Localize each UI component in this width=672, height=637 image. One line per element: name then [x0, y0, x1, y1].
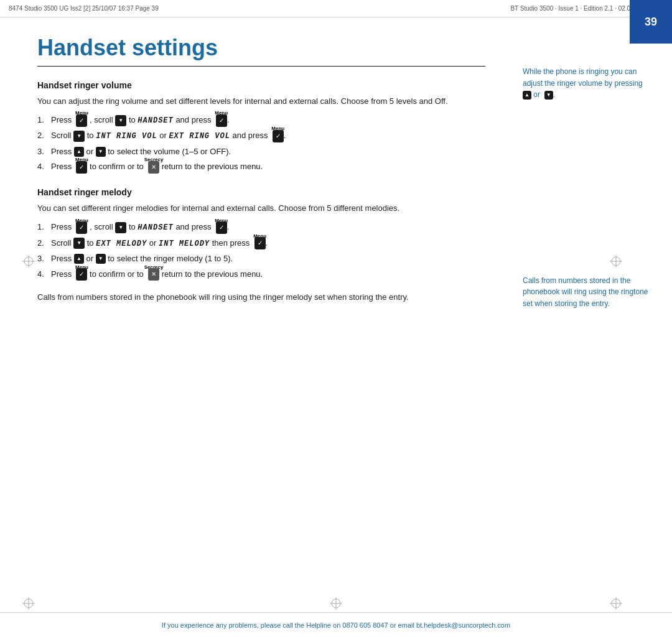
menu-check-btn-7: Menu ✓: [254, 237, 266, 250]
step-num: 2.: [37, 129, 49, 142]
step-2-2: 2. Scroll to EXT MELODY or INT MELODY th…: [37, 237, 485, 250]
scroll-down-icon-2: [73, 131, 85, 142]
up-arrow-icon-2: [74, 254, 84, 264]
sidebar-note-2-text: Calls from numbers stored in the phonebo…: [523, 276, 648, 308]
menu-check-btn-4: Menu ✓: [76, 160, 87, 174]
secrecy-x-btn-1: Secrecy ✕: [148, 160, 159, 174]
section-ringer-volume: Handset ringer volume You can adjust the…: [37, 80, 485, 174]
int-melody: INT MELODY: [159, 239, 210, 248]
ext-ring-vol: EXT RING VOL: [169, 132, 230, 141]
step-2-3: 3. Press or to select the ringer melody …: [37, 253, 485, 266]
menu-check-btn-5: Menu ✓: [76, 221, 87, 235]
top-bar: 8474 Studio 3500 UG Iss2 [2] 25/10/07 16…: [0, 0, 672, 17]
section2-para: You can set different ringer melodies fo…: [37, 202, 485, 215]
scroll-down-icon-1: [115, 115, 126, 126]
section1-heading: Handset ringer volume: [37, 80, 485, 90]
sidebar-down-arrow: [544, 91, 553, 100]
footer-text: If you experience any problems, please c…: [162, 621, 510, 629]
step-num: 4.: [37, 160, 49, 174]
title-divider: [37, 66, 485, 67]
step-num: 4.: [37, 268, 49, 281]
step-num: 1.: [37, 221, 49, 234]
section-ringer-melody: Handset ringer melody You can set differ…: [37, 187, 485, 303]
sidebar-note-2: Calls from numbers stored in the phonebo…: [523, 275, 653, 310]
section2-note: Calls from numbers stored in the phonebo…: [37, 291, 485, 304]
step-1-1: 1. Press Menu ✓ , scroll to HANDSET and …: [37, 114, 485, 127]
section2-heading: Handset ringer melody: [37, 187, 485, 197]
step-num: 3.: [37, 253, 49, 266]
crosshair-bottom-right: [610, 597, 622, 610]
down-arrow-icon-2: [96, 254, 106, 264]
step-2-4: 4. Press Menu ✓ to confirm or to Secrecy…: [37, 268, 485, 281]
handset-text-1: HANDSET: [138, 116, 173, 125]
scroll-down-icon-4: [73, 238, 85, 249]
step-1-2: 2. Scroll to INT RING VOL or EXT RING VO…: [37, 129, 485, 142]
step-num: 1.: [37, 114, 49, 127]
menu-check-btn-6: Menu ✓: [216, 221, 227, 235]
up-arrow-icon-1: [74, 147, 84, 157]
section1-steps: 1. Press Menu ✓ , scroll to HANDSET and …: [37, 114, 485, 174]
crosshair-left-mid: [22, 255, 35, 267]
ext-melody: EXT MELODY: [96, 239, 147, 248]
menu-check-btn-2: Menu ✓: [216, 114, 227, 127]
menu-check-btn-3: Menu ✓: [273, 129, 284, 142]
section2-steps: 1. Press Menu ✓ , scroll to HANDSET and …: [37, 221, 485, 281]
crosshair-bottom-center: [330, 597, 342, 610]
handset-text-2: HANDSET: [138, 223, 173, 232]
main-column: Handset settings Handset ringer volume Y…: [0, 17, 510, 612]
top-bar-left: 8474 Studio 3500 UG Iss2 [2] 25/10/07 16…: [9, 5, 159, 12]
crosshair-right-mid: [610, 255, 622, 267]
step-num: 2.: [37, 237, 49, 250]
crosshair-bottom-left: [22, 597, 35, 610]
step-1-3: 3. Press or to select the volume (1–5 or…: [37, 146, 485, 159]
sidebar-note-1: While the phone is ringing you can adjus…: [523, 66, 653, 101]
secrecy-x-btn-2: Secrecy ✕: [148, 268, 159, 281]
footer: If you experience any problems, please c…: [0, 612, 672, 637]
step-1-4: 4. Press Menu ✓ to confirm or to Secrecy…: [37, 160, 485, 174]
sidebar-column: While the phone is ringing you can adjus…: [510, 17, 672, 612]
content-area: Handset settings Handset ringer volume Y…: [0, 17, 672, 612]
step-num: 3.: [37, 146, 49, 159]
scroll-down-icon-3: [115, 222, 126, 233]
sidebar-up-arrow: [523, 91, 531, 100]
page-title: Handset settings: [37, 35, 485, 61]
int-ring-vol: INT RING VOL: [96, 132, 157, 141]
down-arrow-icon-1: [96, 147, 106, 157]
section1-para: You can adjust the ring volume and set d…: [37, 95, 485, 108]
menu-check-btn-8: Menu ✓: [76, 268, 87, 281]
menu-check-btn-1: Menu ✓: [76, 114, 87, 127]
